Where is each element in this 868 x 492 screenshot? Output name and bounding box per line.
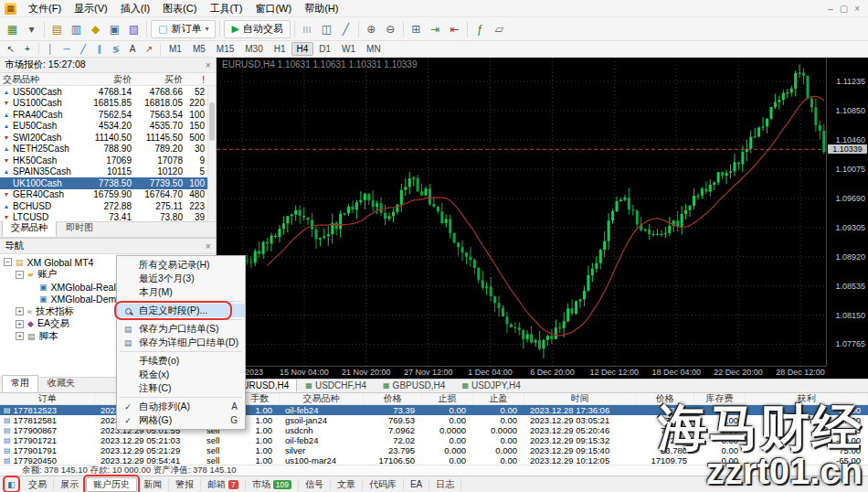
market-watch-row[interactable]: ▼SWI20Cash11140.5011145.50500 [0, 132, 216, 144]
menu-window[interactable]: 窗口(W) [249, 1, 298, 16]
expand-icon[interactable]: + [16, 307, 24, 316]
timeframe-w1[interactable]: W1 [336, 42, 361, 56]
zoom-in-icon[interactable]: ⊕ [362, 20, 381, 38]
market-watch-row[interactable]: ▼LTCUSD73.4173.8039 [0, 212, 216, 222]
auto-scroll-icon[interactable]: ⇥ [426, 20, 445, 38]
tile-windows-icon[interactable]: ⊞ [407, 20, 426, 38]
menu-save-as-detailed-report[interactable]: ▤保存为详细户口结单(D) [117, 336, 245, 349]
tab-mailbox[interactable]: 邮箱7 [201, 478, 246, 491]
tab-symbols[interactable]: 交易品种 [2, 219, 57, 237]
tab-articles[interactable]: 文章 [331, 478, 363, 491]
market-watch-row[interactable]: ▼HK50Cash17069170789 [0, 155, 216, 166]
menu-commissions[interactable]: 手续费(o) [117, 354, 245, 368]
tab-tick-chart[interactable]: 即时图 [57, 219, 102, 237]
tab-journal[interactable]: 日志 [429, 478, 461, 491]
timeframe-h4[interactable]: H4 [291, 42, 314, 56]
chart-tab-gbpusd[interactable]: ▦GBPUSD,H4 [375, 379, 453, 392]
tab-trade[interactable]: 交易 [22, 478, 54, 491]
chart-shift-icon[interactable]: ⇤ [445, 20, 464, 38]
close-navigator-icon[interactable]: × [206, 241, 211, 251]
close-icon[interactable]: × [854, 4, 860, 14]
data-window-icon[interactable]: ▥ [67, 20, 86, 38]
tab-favorites[interactable]: 收藏夹 [38, 375, 84, 392]
market-watch-row[interactable]: ▲FRA40Cash7562.547563.54100 [0, 109, 216, 121]
collapse-icon[interactable]: − [4, 258, 12, 266]
market-watch-scrollbar[interactable] [207, 86, 216, 221]
menu-auto-arrange[interactable]: ✓自动排列(A)A [117, 400, 245, 413]
close-market-watch-icon[interactable]: × [206, 59, 211, 70]
menu-view[interactable]: 显示(V) [68, 1, 114, 16]
menu-grid[interactable]: ✓网格(G)G [117, 413, 245, 427]
market-watch-row[interactable]: ▲NETH25Cash788.90789.2030 [0, 144, 216, 155]
menu-file[interactable]: 文件(F) [22, 1, 68, 16]
timeframe-m15[interactable]: M15 [211, 42, 239, 56]
new-order-button[interactable]: ▢新订单▾ [151, 20, 216, 38]
toolbox-corner-icon[interactable]: ◧ [5, 478, 17, 490]
candlestick-chart-svg[interactable] [217, 58, 826, 366]
cursor-icon[interactable]: ↖ [3, 42, 19, 56]
tab-experts[interactable]: EA [404, 478, 429, 491]
scrollbar-thumb[interactable] [209, 102, 215, 141]
tab-market[interactable]: 市场109 [246, 478, 299, 491]
menu-save-as-report[interactable]: ▤保存为户口结单(S) [117, 322, 245, 336]
fibonacci-icon[interactable]: ≶ [108, 42, 124, 56]
timeframe-m1[interactable]: M1 [164, 42, 187, 56]
tab-news[interactable]: 新闻 [137, 478, 169, 491]
market-watch-row[interactable]: ▲UK100Cash7738.507739.50100 [0, 177, 216, 189]
expand-icon[interactable]: + [16, 332, 24, 340]
history-row[interactable]: ▤1779204502023.12.29 09:54:41sell1.00us1… [0, 455, 868, 465]
timeframe-m5[interactable]: M5 [187, 42, 211, 56]
timeframe-h1[interactable]: H1 [269, 42, 291, 56]
bar-chart-icon[interactable]: ||| [298, 20, 317, 38]
trendline-icon[interactable]: ╱ [75, 42, 91, 56]
tab-code-base[interactable]: 代码库 [363, 478, 404, 491]
menu-charts[interactable]: 图表(C) [156, 1, 203, 16]
vertical-line-icon[interactable]: │ [42, 42, 58, 56]
chart-tab-usdchf[interactable]: ▦USDCHF,H4 [297, 379, 375, 392]
channel-icon[interactable]: ∥ [91, 42, 108, 56]
minimize-icon[interactable]: – [828, 4, 833, 14]
market-watch-icon[interactable]: ▤ [48, 20, 67, 38]
timeframe-m30[interactable]: M30 [239, 42, 268, 56]
menu-this-month[interactable]: 本月(M) [117, 285, 245, 299]
timeframe-mn[interactable]: MN [361, 42, 386, 56]
market-watch-row[interactable]: ▲US500Cash4768.144768.6652 [0, 86, 216, 98]
menu-all-history[interactable]: 所有交易记录(H) [117, 258, 245, 272]
text-label-icon[interactable]: A [124, 42, 141, 56]
templates-icon[interactable]: ▱ [490, 20, 509, 38]
market-watch-row[interactable]: ▲EU50Cash4534.204535.70150 [0, 121, 216, 133]
strategy-tester-icon[interactable]: ▧ [124, 20, 143, 38]
autotrading-button[interactable]: ▶自动交易 [224, 20, 290, 38]
menu-insert[interactable]: 插入(I) [114, 1, 156, 16]
crosshair-icon[interactable]: + [19, 42, 36, 56]
history-row[interactable]: ▤1779017912023.12.29 05:21:29sell1.00sil… [0, 445, 868, 455]
history-row[interactable]: ▤1779017212023.12.29 05:21:03sell1.00oil… [0, 435, 868, 445]
collapse-icon[interactable]: − [16, 271, 24, 279]
market-watch-row[interactable]: ▲SPAIN35Cash10115101205 [0, 166, 216, 178]
menu-comments[interactable]: 注释(C) [117, 381, 245, 395]
tab-exposure[interactable]: 展示 [54, 478, 86, 491]
profiles-icon[interactable]: ▾ [22, 20, 41, 38]
tab-common[interactable]: 常用 [2, 375, 38, 392]
terminal-icon[interactable]: ▣ [105, 20, 124, 38]
timeframe-d1[interactable]: D1 [313, 42, 336, 56]
tab-signals[interactable]: 信号 [299, 478, 331, 491]
line-chart-icon[interactable]: ╱ [336, 20, 355, 38]
chart-tab-usdjpy[interactable]: ▦USDJPY,H4 [453, 379, 528, 392]
tab-account-history[interactable]: 账户历史 [86, 477, 137, 492]
market-watch-row[interactable]: ▼GER40Cash16759.9016764.70480 [0, 189, 216, 201]
candlestick-chart-icon[interactable]: ◫ [317, 20, 336, 38]
indicators-icon[interactable]: ƒ [471, 20, 490, 38]
market-watch-row[interactable]: ▼US100Cash16815.8516818.05220 [0, 98, 216, 110]
menu-taxes[interactable]: 税金(x) [117, 368, 245, 381]
menu-custom-period[interactable]: 自定义时段(P)... [117, 304, 245, 317]
horizontal-line-icon[interactable]: ─ [58, 42, 75, 56]
price-chart[interactable]: EURUSD,H4 1.10631 1.10631 1.10331 1.1033… [217, 58, 868, 379]
menu-tools[interactable]: 工具(T) [203, 1, 249, 16]
time-axis[interactable]: 9 Nov 202315 Nov 04:0021 Nov 20:0027 Nov… [217, 366, 826, 379]
price-axis[interactable]: 1.112351.108501.104601.100751.096901.093… [826, 58, 868, 366]
arrows-icon[interactable]: ↗ [141, 42, 157, 56]
menu-help[interactable]: 帮助(H) [298, 1, 344, 16]
new-chart-icon[interactable]: ▦ [3, 20, 22, 38]
zoom-out-icon[interactable]: ⊖ [381, 20, 400, 38]
